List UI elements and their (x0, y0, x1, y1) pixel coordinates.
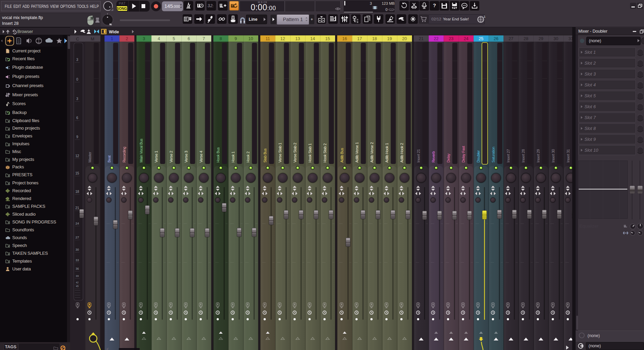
svg-text:Adlib Verse 2: Adlib Verse 2 (370, 142, 374, 163)
svg-text:Insert 30: Insert 30 (551, 149, 555, 163)
svg-text:Insert 28: Insert 28 (521, 149, 525, 163)
svg-text:Saturation: Saturation (491, 147, 495, 163)
svg-text:8: 8 (220, 36, 222, 41)
svg-text:22: 22 (434, 36, 439, 41)
svg-text:24: 24 (464, 36, 468, 41)
svg-text:Hook 2: Hook 2 (246, 151, 250, 163)
svg-text:Main Vocal Bus: Main Vocal Bus (139, 138, 143, 163)
svg-text:Delay Fast: Delay Fast (461, 146, 465, 163)
svg-text:26: 26 (494, 36, 498, 41)
svg-text:Wide: Wide (109, 30, 119, 34)
svg-text:6: 6 (76, 116, 78, 120)
svg-text:3: 3 (143, 36, 145, 41)
svg-text:Adlib Bus: Adlib Bus (340, 148, 344, 163)
svg-text:12: 12 (280, 36, 285, 41)
svg-text:Verse 2: Verse 2 (169, 151, 173, 163)
svg-text:45: 45 (76, 285, 79, 287)
svg-text:18: 18 (372, 36, 377, 41)
svg-text:11: 11 (266, 36, 270, 41)
svg-text:28: 28 (524, 36, 528, 41)
svg-text:1: 1 (111, 36, 113, 41)
svg-text:18: 18 (75, 190, 79, 194)
svg-text:Insert 31: Insert 31 (566, 149, 570, 163)
svg-text:42: 42 (76, 281, 79, 284)
svg-text:12: 12 (75, 154, 79, 158)
svg-text:14: 14 (310, 36, 315, 41)
svg-text:Hook 1: Hook 1 (231, 151, 235, 163)
svg-text:Verse 3: Verse 3 (184, 151, 188, 163)
svg-text:36: 36 (76, 267, 79, 270)
svg-text:Hook Stab 2: Hook Stab 2 (323, 144, 327, 163)
svg-text:Beat: Beat (107, 155, 111, 163)
svg-text:M: M (91, 36, 95, 41)
svg-text:Reverb: Reverb (431, 151, 435, 163)
svg-text:1: 1 (484, 15, 485, 18)
svg-text:24: 24 (76, 221, 79, 225)
svg-text:Hook Stab 1: Hook Stab 1 (308, 144, 312, 163)
svg-text:7: 7 (203, 36, 205, 41)
svg-text:Insert 27: Insert 27 (506, 149, 510, 163)
svg-text:30: 30 (554, 36, 558, 41)
svg-text:Master: Master (88, 152, 92, 163)
svg-text:19: 19 (387, 36, 392, 41)
svg-text:21: 21 (75, 206, 79, 210)
svg-text:3: 3 (76, 58, 78, 62)
svg-text:33: 33 (76, 259, 79, 262)
svg-text:4: 4 (158, 36, 160, 41)
svg-text:Verse 1: Verse 1 (154, 151, 158, 163)
svg-text:Recording: Recording (122, 147, 126, 163)
svg-text:Hook Bus: Hook Bus (216, 147, 220, 163)
svg-text:Verse Stab 1: Verse Stab 1 (278, 143, 282, 163)
svg-text:Adlib Hook 2: Adlib Hook 2 (400, 143, 404, 163)
svg-text:9: 9 (235, 36, 237, 41)
svg-text:29: 29 (539, 36, 543, 41)
svg-text:Stab Bus: Stab Bus (263, 148, 267, 163)
svg-text:30: 30 (76, 248, 79, 251)
svg-text:5: 5 (173, 36, 175, 41)
svg-text:16: 16 (342, 36, 347, 41)
svg-text:C: C (76, 36, 79, 41)
svg-text:0: 0 (76, 78, 78, 81)
svg-text:39: 39 (76, 274, 79, 278)
svg-text:Delay: Delay (446, 153, 450, 163)
svg-text:10: 10 (248, 36, 253, 41)
svg-text:Doubler: Doubler (476, 150, 480, 163)
svg-text:6: 6 (188, 36, 190, 41)
svg-text:2: 2 (126, 36, 128, 41)
svg-text:21: 21 (419, 36, 424, 41)
svg-text:15: 15 (75, 171, 79, 175)
svg-text:Insert 29: Insert 29 (536, 149, 540, 163)
svg-text:23: 23 (449, 36, 453, 41)
svg-text:Insert 21: Insert 21 (416, 149, 420, 163)
svg-text:Verse Stab 2: Verse Stab 2 (293, 143, 297, 163)
svg-text:27: 27 (76, 235, 79, 239)
svg-text:9: 9 (76, 135, 78, 139)
svg-text:25: 25 (479, 36, 483, 41)
svg-text:Verse 4: Verse 4 (199, 151, 203, 163)
svg-text:3: 3 (76, 97, 78, 101)
svg-text:13: 13 (295, 36, 300, 41)
svg-text:20: 20 (402, 36, 407, 41)
svg-text:17: 17 (357, 36, 362, 41)
svg-text:15: 15 (325, 36, 330, 41)
svg-text:27: 27 (509, 36, 513, 41)
svg-text:Adlib Verse 1: Adlib Verse 1 (355, 142, 359, 163)
svg-text:Adlib Hook 1: Adlib Hook 1 (385, 143, 389, 163)
